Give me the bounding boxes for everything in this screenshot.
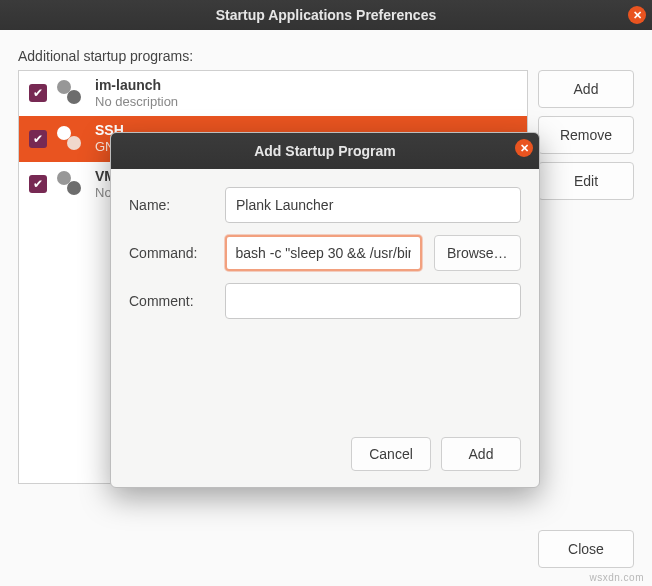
gears-icon <box>57 80 85 106</box>
browse-button-label: Browse… <box>447 245 508 261</box>
name-input[interactable] <box>225 187 521 223</box>
dialog-actions: Cancel Add <box>129 431 521 471</box>
form-row-comment: Comment: <box>129 283 521 319</box>
command-label: Command: <box>129 245 213 261</box>
dialog-spacer <box>129 331 521 431</box>
dialog-add-button[interactable]: Add <box>441 437 521 471</box>
checkbox[interactable]: ✔ <box>29 175 47 193</box>
cancel-button[interactable]: Cancel <box>351 437 431 471</box>
add-button[interactable]: Add <box>538 70 634 108</box>
cancel-button-label: Cancel <box>369 446 413 462</box>
remove-button-label: Remove <box>560 127 612 143</box>
add-startup-dialog: Add Startup Program ✕ Name: Command: Bro… <box>110 132 540 488</box>
name-label: Name: <box>129 197 213 213</box>
main-close-button[interactable]: ✕ <box>628 6 646 24</box>
form-row-name: Name: <box>129 187 521 223</box>
form-row-command: Command: Browse… <box>129 235 521 271</box>
dialog-title: Add Startup Program <box>254 143 396 159</box>
command-input[interactable] <box>225 235 422 271</box>
watermark: wsxdn.com <box>589 572 644 583</box>
remove-button[interactable]: Remove <box>538 116 634 154</box>
add-button-label: Add <box>574 81 599 97</box>
check-icon: ✔ <box>33 177 43 191</box>
section-label: Additional startup programs: <box>18 48 634 64</box>
edit-button-label: Edit <box>574 173 598 189</box>
item-desc: No description <box>95 94 178 110</box>
dialog-body: Name: Command: Browse… Comment: Cancel A… <box>111 169 539 487</box>
comment-input[interactable] <box>225 283 521 319</box>
check-icon: ✔ <box>33 86 43 100</box>
dialog-titlebar: Add Startup Program ✕ <box>111 133 539 169</box>
comment-label: Comment: <box>129 293 213 309</box>
item-text: im-launch No description <box>95 77 178 109</box>
footer: Close <box>538 530 634 568</box>
item-title: im-launch <box>95 77 178 94</box>
close-icon: ✕ <box>520 142 529 155</box>
side-buttons: Add Remove Edit <box>538 70 634 484</box>
checkbox[interactable]: ✔ <box>29 130 47 148</box>
gears-icon <box>57 171 85 197</box>
check-icon: ✔ <box>33 132 43 146</box>
main-title: Startup Applications Preferences <box>216 7 436 23</box>
close-button[interactable]: Close <box>538 530 634 568</box>
dialog-close-button[interactable]: ✕ <box>515 139 533 157</box>
checkbox[interactable]: ✔ <box>29 84 47 102</box>
list-item[interactable]: ✔ im-launch No description <box>19 71 527 116</box>
dialog-add-button-label: Add <box>469 446 494 462</box>
edit-button[interactable]: Edit <box>538 162 634 200</box>
gears-icon <box>57 126 85 152</box>
main-titlebar: Startup Applications Preferences ✕ <box>0 0 652 30</box>
close-button-label: Close <box>568 541 604 557</box>
close-icon: ✕ <box>633 9 642 22</box>
browse-button[interactable]: Browse… <box>434 235 522 271</box>
